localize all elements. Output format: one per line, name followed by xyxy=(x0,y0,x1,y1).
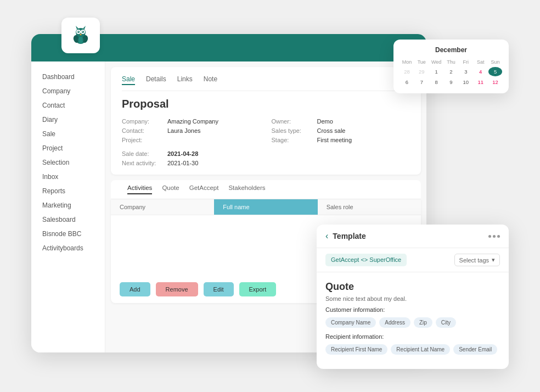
next-activity-label: Next activity: xyxy=(122,160,163,166)
sidebar-item-contact[interactable]: Contact xyxy=(31,98,105,113)
cal-day-8[interactable]: 8 xyxy=(430,77,443,87)
template-dot-3 xyxy=(497,235,500,238)
quote-title: Quote xyxy=(325,281,500,293)
tag-zip[interactable]: Zip xyxy=(414,317,432,328)
cal-day-12[interactable]: 12 xyxy=(488,77,502,87)
stage-value: First meeting xyxy=(317,137,352,143)
recipient-section-label: Recipient information: xyxy=(325,333,500,340)
cal-header-sat: Sat xyxy=(474,58,487,66)
cal-day-29prev[interactable]: 29 xyxy=(415,67,429,76)
sidebar-item-activityboards[interactable]: Activityboards xyxy=(31,241,105,255)
tag-company-name[interactable]: Company Name xyxy=(325,317,376,328)
tab-note[interactable]: Note xyxy=(204,75,217,85)
cal-day-4[interactable]: 4 xyxy=(474,67,487,76)
col-salesrole: Sales role xyxy=(318,199,421,215)
template-dot-2 xyxy=(493,235,496,238)
sidebar-item-dashboard[interactable]: Dashboard xyxy=(31,70,105,84)
customer-section-label: Customer information: xyxy=(325,306,500,313)
filter-select-tags[interactable]: Select tags ▾ xyxy=(454,254,500,266)
sale-date-value: 2021-04-28 xyxy=(167,150,198,157)
col-company: Company xyxy=(111,199,214,215)
cal-day-10[interactable]: 10 xyxy=(459,77,473,87)
add-button[interactable]: Add xyxy=(120,282,150,296)
calendar-title: December xyxy=(400,46,502,54)
sidebar-item-bisnode[interactable]: Bisnode BBC xyxy=(31,227,105,241)
cal-header-wed: Wed xyxy=(430,58,443,66)
next-activity-value: 2021-01-30 xyxy=(167,160,198,166)
cal-header-mon: Mon xyxy=(400,58,414,66)
cal-day-28prev[interactable]: 28 xyxy=(400,67,414,76)
tab-sale[interactable]: Sale xyxy=(122,75,135,85)
filter-getaccept[interactable]: GetAccept <> SuperOffice xyxy=(325,254,407,266)
tab-links[interactable]: Links xyxy=(177,75,193,85)
cal-day-5[interactable]: 5 xyxy=(488,67,502,76)
cal-day-1[interactable]: 1 xyxy=(430,67,443,76)
cal-header-fri: Fri xyxy=(459,58,473,66)
sidebar-item-reports[interactable]: Reports xyxy=(31,184,105,198)
proposal-title: Proposal xyxy=(122,98,410,110)
sidebar-item-project[interactable]: Project xyxy=(31,141,105,155)
sidebar-item-company[interactable]: Company xyxy=(31,84,105,98)
svg-point-9 xyxy=(78,31,79,32)
sidebar-item-sale[interactable]: Sale xyxy=(31,127,105,141)
proposal-tabs: Sale Details Links Note xyxy=(122,75,410,91)
calendar-grid: Mon Tue Wed Thu Fri Sat Sun 28 29 1 2 3 … xyxy=(400,58,502,87)
cal-day-9[interactable]: 9 xyxy=(445,77,458,87)
sales-type-label: Sales type: xyxy=(272,127,313,134)
cal-day-7[interactable]: 7 xyxy=(415,77,429,87)
tag-address[interactable]: Address xyxy=(379,317,410,328)
tag-recipient-last-name[interactable]: Recipient Lat Name xyxy=(391,344,450,355)
edit-button[interactable]: Edit xyxy=(204,282,234,296)
template-filter-bar: GetAccept <> SuperOffice Select tags ▾ xyxy=(317,248,509,272)
company-label: Company: xyxy=(122,118,163,125)
sub-tab-activities[interactable]: Activities xyxy=(127,184,152,194)
svg-point-14 xyxy=(78,37,83,43)
tag-sender-email[interactable]: Sender Email xyxy=(453,344,497,355)
cal-day-6[interactable]: 6 xyxy=(400,77,414,87)
sidebar-item-inbox[interactable]: Inbox xyxy=(31,170,105,184)
proposal-fields: Company: Amazing Company Contact: Laura … xyxy=(122,118,410,166)
company-value: Amazing Company xyxy=(167,118,218,125)
sales-type-value: Cross sale xyxy=(317,127,346,134)
export-button[interactable]: Export xyxy=(239,282,277,296)
tag-city[interactable]: City xyxy=(436,317,456,328)
owner-label: Owner: xyxy=(272,118,313,125)
cal-day-3[interactable]: 3 xyxy=(459,67,473,76)
sub-tab-getaccept[interactable]: GetAccept xyxy=(189,184,219,194)
sidebar-item-diary[interactable]: Diary xyxy=(31,113,105,127)
owner-value: Demo xyxy=(317,118,333,125)
chevron-down-icon: ▾ xyxy=(492,256,495,264)
proposal-panel: Sale Details Links Note Proposal Company… xyxy=(111,67,421,175)
sidebar-item-salesboard[interactable]: Salesboard xyxy=(31,212,105,227)
cal-header-thu: Thu xyxy=(445,58,458,66)
sale-date-label: Sale date: xyxy=(122,150,163,157)
stage-label: Stage: xyxy=(272,137,313,143)
col-fullname: Full name xyxy=(214,199,317,215)
project-label: Project: xyxy=(122,137,163,143)
tab-details[interactable]: Details xyxy=(146,75,166,85)
contact-value: Laura Jones xyxy=(167,127,201,134)
sidebar-item-selection[interactable]: Selection xyxy=(31,155,105,170)
cal-day-11[interactable]: 11 xyxy=(474,77,487,87)
select-tags-label: Select tags xyxy=(459,257,489,264)
customer-tags: Company Name Address Zip City xyxy=(325,317,500,328)
tag-recipient-first-name[interactable]: Recipient First Name xyxy=(325,344,387,355)
owl-icon xyxy=(69,24,93,48)
template-menu-dots[interactable] xyxy=(488,235,500,238)
back-button[interactable]: ‹ xyxy=(325,231,328,241)
sub-tab-stakeholders[interactable]: Stakeholders xyxy=(228,184,265,194)
quote-description: Some nice text about my deal. xyxy=(325,295,500,302)
sub-tabs: Activities Quote GetAccept Stakeholders xyxy=(111,180,421,199)
template-content: Quote Some nice text about my deal. Cust… xyxy=(317,272,509,369)
sidebar: Dashboard Company Contact Diary Sale Pro… xyxy=(31,61,105,352)
template-header: ‹ Template xyxy=(317,225,509,248)
svg-point-10 xyxy=(82,31,83,32)
cal-header-sun: Sun xyxy=(488,58,502,66)
cal-day-2[interactable]: 2 xyxy=(445,67,458,76)
sidebar-item-marketing[interactable]: Marketing xyxy=(31,198,105,212)
sub-tab-quote[interactable]: Quote xyxy=(162,184,179,194)
template-panel: ‹ Template GetAccept <> SuperOffice Sele… xyxy=(317,225,509,369)
template-title: Template xyxy=(333,232,488,240)
recipient-tags: Recipient First Name Recipient Lat Name … xyxy=(325,344,500,355)
remove-button[interactable]: Remove xyxy=(156,282,198,296)
